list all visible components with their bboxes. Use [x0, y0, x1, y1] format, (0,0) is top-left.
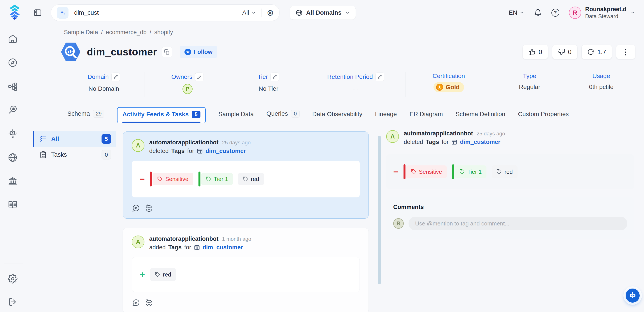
nav-home-icon[interactable] — [8, 34, 18, 44]
owner-avatar[interactable]: P — [182, 84, 192, 94]
language-value: EN — [509, 9, 517, 16]
follow-button[interactable]: ★ Follow — [180, 46, 217, 58]
nav-governance-icon[interactable] — [8, 176, 18, 186]
tag-icon — [243, 176, 248, 182]
tab-sample-data[interactable]: Sample Data — [218, 111, 254, 123]
breadcrumb-database[interactable]: ecommerce_db — [106, 29, 146, 36]
breadcrumb-service[interactable]: Sample Data — [64, 29, 98, 36]
added-indicator-icon: + — [140, 270, 145, 279]
tab-schema-count: 29 — [93, 110, 104, 118]
kebab-icon: ⋮ — [622, 48, 629, 56]
ai-sparkle-icon — [57, 7, 68, 19]
nav-settings-icon[interactable] — [8, 274, 18, 284]
tab-schema[interactable]: Schema 29 — [68, 110, 104, 123]
edit-retention-icon[interactable] — [376, 73, 384, 81]
nav-logout-icon[interactable] — [8, 297, 18, 307]
meta-owners-label: Owners — [171, 73, 192, 80]
add-reaction-icon[interactable] — [145, 299, 153, 307]
tab-queries[interactable]: Queries 0 — [266, 110, 300, 123]
upvote-button[interactable]: 0 — [522, 45, 548, 59]
meta-owners: Owners P — [144, 72, 231, 97]
detail-entity-link[interactable]: dim_customer — [460, 139, 500, 145]
tab-lineage[interactable]: Lineage — [375, 111, 397, 123]
chevron-down-icon — [520, 10, 524, 15]
user-menu[interactable]: R Rounakpreet.d Data Steward — [569, 6, 635, 20]
feed-card-deleted-tags[interactable]: A automatorapplicationbot 25 days ago de… — [123, 131, 369, 219]
table-icon — [197, 148, 203, 154]
chat-assistant-button[interactable] — [625, 288, 640, 303]
feed-object: Tags — [171, 148, 185, 154]
feed-entity-link[interactable]: dim_customer — [206, 148, 246, 154]
table-icon — [451, 139, 457, 145]
comment-input[interactable] — [408, 217, 627, 230]
feed-entity-link[interactable]: dim_customer — [203, 244, 243, 251]
thumbs-up-icon — [528, 48, 536, 55]
search-clear-icon[interactable]: ⊗ — [267, 9, 274, 17]
feed-user-name[interactable]: automatorapplicationbot — [149, 139, 218, 146]
app-root: All ⊗ All Domains EN ? — [0, 0, 644, 312]
edit-domain-icon[interactable] — [112, 73, 120, 81]
breadcrumb-separator: / — [150, 29, 152, 36]
edit-tier-icon[interactable] — [270, 73, 279, 81]
domains-filter-button[interactable]: All Domains — [290, 6, 356, 20]
copy-name-icon[interactable] — [162, 47, 172, 57]
edit-owners-icon[interactable] — [195, 73, 204, 81]
feed-timestamp: 25 days ago — [222, 139, 251, 146]
bot-avatar: A — [132, 236, 144, 248]
add-reaction-icon[interactable] — [145, 204, 153, 212]
user-avatar: R — [569, 7, 581, 19]
help-icon[interactable]: ? — [552, 9, 559, 17]
notifications-bell-icon[interactable] — [534, 9, 542, 17]
tag-chip-tier1: Tier 1 — [198, 172, 233, 187]
removed-indicator-icon: − — [140, 175, 145, 183]
detail-user-name[interactable]: automatorapplicationbot — [404, 130, 473, 137]
language-selector[interactable]: EN — [509, 9, 524, 16]
table-icon — [194, 244, 200, 251]
nav-insights-icon[interactable] — [8, 129, 18, 139]
search-input[interactable] — [74, 9, 242, 16]
left-nav-rail — [0, 0, 31, 312]
nav-explore-icon[interactable] — [8, 58, 18, 68]
filter-all-label: All — [51, 135, 59, 142]
nav-data-assets-icon[interactable] — [8, 82, 18, 92]
tag-label: Sensitive — [419, 169, 442, 175]
comment-icon[interactable] — [132, 299, 140, 307]
more-options-button[interactable]: ⋮ — [616, 45, 635, 59]
nav-glossary-icon[interactable] — [8, 200, 18, 210]
tag-color-bar — [150, 172, 152, 187]
comment-icon[interactable] — [132, 204, 140, 212]
filter-tasks[interactable]: Tasks 0 — [33, 147, 116, 163]
star-icon: ★ — [184, 49, 191, 55]
topbar-right: EN ? R Rounakpreet.d Data Steward — [509, 6, 635, 20]
tab-observability-label: Data Observability — [312, 111, 362, 118]
feed-scrollbar[interactable] — [378, 136, 381, 284]
tab-activity-feeds[interactable]: Activity Feeds & Tasks 5 — [117, 107, 206, 123]
feed-user-name[interactable]: automatorapplicationbot — [149, 236, 218, 242]
tab-queries-label: Queries — [266, 110, 288, 117]
user-name: Rounakpreet.d — [585, 6, 626, 13]
certification-badge: ★ Gold — [434, 82, 464, 92]
meta-usage: Usage 0th pctile — [567, 72, 635, 97]
search-scope-dropdown[interactable]: All — [242, 9, 256, 16]
feed-card-added-tags[interactable]: A automatorapplicationbot 1 month ago ad… — [123, 228, 369, 312]
version-history-icon — [587, 48, 594, 55]
chevron-down-icon — [345, 10, 350, 15]
detail-preposition: for — [442, 139, 449, 145]
clipboard-icon — [40, 151, 47, 159]
meta-usage-label: Usage — [592, 73, 610, 80]
breadcrumb-schema[interactable]: shopify — [154, 29, 173, 36]
downvote-button[interactable]: 0 — [552, 45, 578, 59]
nav-domains-icon[interactable] — [8, 152, 18, 163]
tab-schema-definition[interactable]: Schema Definition — [456, 111, 505, 123]
tag-color-bar — [198, 172, 200, 187]
tag-chip-sensitive: Sensitive — [150, 172, 193, 187]
tab-data-observability[interactable]: Data Observability — [312, 111, 362, 123]
tab-er-diagram[interactable]: ER Diagram — [410, 111, 443, 123]
filter-all[interactable]: All 5 — [33, 131, 116, 147]
tab-custom-properties[interactable]: Custom Properties — [518, 111, 569, 123]
feed-object: Tags — [168, 244, 182, 251]
filter-all-count: 5 — [102, 134, 111, 144]
version-button[interactable]: 1.7 — [582, 45, 612, 59]
sidebar-toggle-icon[interactable] — [33, 8, 42, 17]
nav-observability-icon[interactable] — [8, 105, 18, 115]
